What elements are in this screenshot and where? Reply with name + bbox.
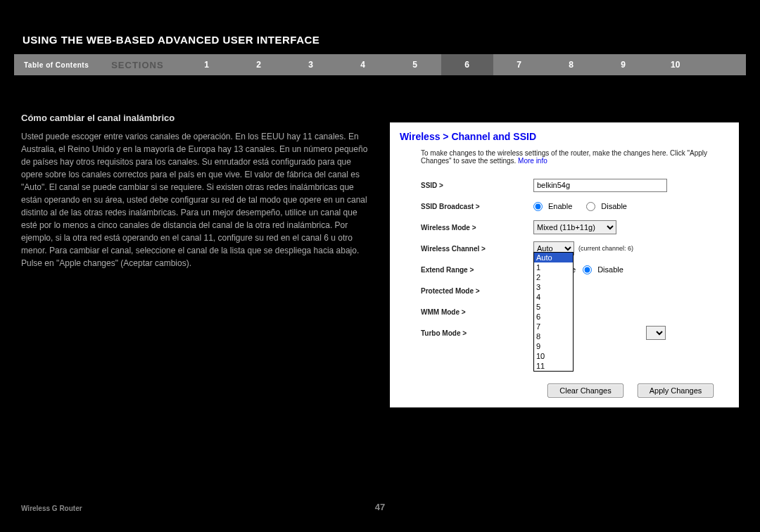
body-paragraph: Usted puede escoger entre varios canales… [21,130,369,270]
nav-section-1[interactable]: 1 [181,60,233,70]
nav-section-6[interactable]: 6 [441,54,493,75]
section-nav: Table of Contents SECTIONS 1 2 3 4 5 6 7… [14,54,746,75]
label-protected-mode[interactable]: Protected Mode > [421,287,533,295]
button-row: Clear Changes Apply Changes [390,384,739,398]
enable-label: Enable [548,202,572,210]
panel-desc-text: To make changes to the wireless settings… [421,149,707,165]
channel-option[interactable]: 3 [534,282,573,292]
label-ssid-broadcast[interactable]: SSID Broadcast > [421,203,533,210]
current-channel-note: (current channel: 6) [578,245,633,252]
more-info-link[interactable]: More info [518,157,547,165]
ssid-broadcast-enable-radio[interactable] [533,202,543,211]
channel-dropdown-list[interactable]: Auto 1 2 3 4 5 6 7 8 9 10 11 [533,252,574,372]
panel-description: To make changes to the wireless settings… [390,146,739,170]
left-content: Cómo cambiar el canal inalámbrico Usted … [21,113,369,270]
label-ssid[interactable]: SSID > [421,182,533,189]
page-header: USING THE WEB-BASED ADVANCED USER INTERF… [14,29,746,50]
wireless-mode-select[interactable]: Mixed (11b+11g) [533,220,616,234]
turbo-mode-select[interactable] [646,326,666,340]
channel-option[interactable]: 8 [534,331,573,341]
form-area: SSID > SSID Broadcast > Enable Disable W… [390,170,739,343]
channel-option[interactable]: 6 [534,312,573,322]
channel-option[interactable]: 1 [534,262,573,272]
nav-section-9[interactable]: 9 [597,60,650,70]
channel-option[interactable]: 5 [534,302,573,312]
channel-option[interactable]: 9 [534,341,573,351]
nav-section-7[interactable]: 7 [493,60,545,70]
nav-sections-label: SECTIONS [99,60,180,70]
nav-section-3[interactable]: 3 [285,60,337,70]
ssid-input[interactable] [533,179,667,192]
channel-option[interactable]: 7 [534,322,573,331]
clear-changes-button[interactable]: Clear Changes [547,384,623,398]
extend-range-disable-radio[interactable] [583,265,592,274]
apply-changes-button[interactable]: Apply Changes [638,384,714,398]
channel-option[interactable]: 2 [534,272,573,282]
label-wireless-mode[interactable]: Wireless Mode > [421,224,533,232]
nav-section-2[interactable]: 2 [233,60,285,70]
page-title: USING THE WEB-BASED ADVANCED USER INTERF… [23,34,319,46]
label-extend-range[interactable]: Extend Range > [421,266,533,274]
subheading: Cómo cambiar el canal inalámbrico [21,113,369,123]
disable-label: Disable [601,202,627,210]
nav-toc-link[interactable]: Table of Contents [14,61,99,69]
label-wmm-mode[interactable]: WMM Mode > [421,308,533,316]
channel-option[interactable]: 4 [534,292,573,302]
channel-option[interactable]: Auto [534,253,573,262]
nav-section-4[interactable]: 4 [337,60,389,70]
panel-title: Wireless > Channel and SSID [390,122,739,146]
router-settings-panel: Wireless > Channel and SSID To make chan… [390,122,739,407]
channel-option[interactable]: 11 [534,361,573,371]
ssid-broadcast-disable-radio[interactable] [586,202,595,211]
label-turbo-mode[interactable]: Turbo Mode > [421,329,533,337]
nav-section-5[interactable]: 5 [389,60,441,70]
nav-section-8[interactable]: 8 [545,60,597,70]
footer-page-number: 47 [0,502,760,512]
disable-label-2: Disable [597,265,623,274]
nav-section-10[interactable]: 10 [650,60,702,70]
channel-option[interactable]: 10 [534,351,573,361]
label-wireless-channel[interactable]: Wireless Channel > [421,245,533,253]
